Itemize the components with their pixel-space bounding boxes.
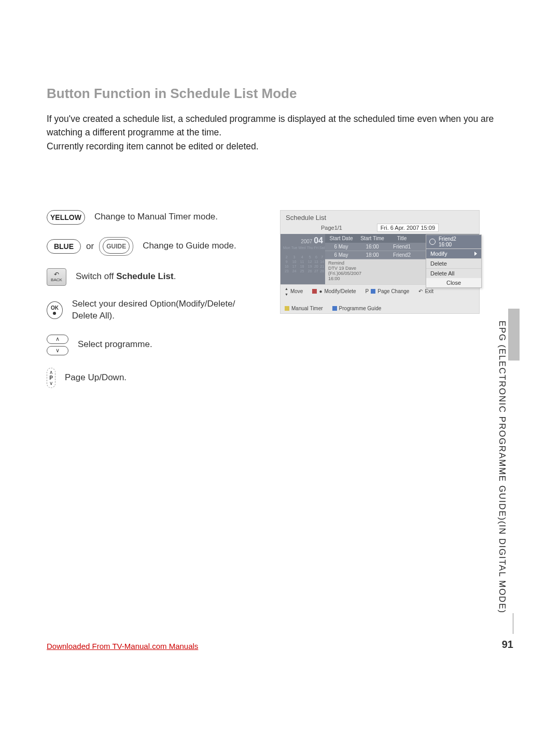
updown-button: ∧ ∨ [47, 335, 68, 355]
blue-button: BLUE [47, 239, 81, 254]
yellow-desc: Change to Manual Timer mode. [94, 211, 218, 223]
intro-p2: Currently recording item cannot be edite… [47, 140, 513, 153]
page-number: 91 [502, 639, 513, 651]
popup-delete-all: Delete All [426, 268, 481, 278]
download-link[interactable]: Downloaded From TV-Manual.com Manuals [47, 642, 198, 651]
osd-calendar: 2007 04 MonTueWedThuFriSatSun 1 2345678 … [281, 234, 325, 284]
osd-page: Page1/1 [321, 225, 342, 231]
clock-icon [429, 239, 436, 245]
button-legend: YELLOW Change to Manual Timer mode. BLUE… [47, 210, 259, 400]
ok-desc: Select your desired Option(Modify/Delete… [72, 298, 259, 322]
popup-close: Close [426, 278, 481, 287]
blue-desc: Change to Guide mode. [143, 240, 236, 252]
or-text: or [86, 241, 94, 252]
back-desc: Switch off Schedule List. [76, 271, 176, 283]
osd-title: Schedule List [281, 211, 479, 223]
osd-datetime: Fri. 6 Apr. 2007 15:09 [377, 224, 439, 232]
page-desc: Page Up/Down. [65, 372, 127, 384]
page-title: Button Function in Schedule List Mode [47, 86, 513, 102]
ok-button: OK [47, 301, 63, 319]
popup-delete: Delete [426, 258, 481, 268]
side-tab [508, 309, 520, 361]
osd-screenshot: Schedule List Page1/1 Fri. 6 Apr. 2007 1… [280, 210, 480, 400]
side-label: EPG (ELECTRONIC PROGRAMME GUIDE)(IN DIGI… [497, 321, 507, 614]
osd-popup: Friend2 16:00 Modify Delete Delete All C… [426, 234, 482, 288]
intro-p1: If you've created a schedule list, a sch… [47, 112, 513, 140]
popup-modify: Modify [426, 248, 481, 258]
chevron-right-icon [474, 252, 477, 256]
side-line [513, 613, 513, 634]
updown-desc: Select programme. [78, 339, 152, 351]
yellow-button: YELLOW [47, 210, 85, 225]
back-button: ↶ BACK [47, 268, 66, 286]
guide-button: GUIDE [103, 239, 130, 254]
page-button: ∧ P ∨ [47, 368, 55, 388]
guide-button-wrap: GUIDE [99, 237, 133, 256]
osd-footer: ▲▼Move ●Modify/Delete PPage Change ↶Exit… [281, 284, 479, 313]
